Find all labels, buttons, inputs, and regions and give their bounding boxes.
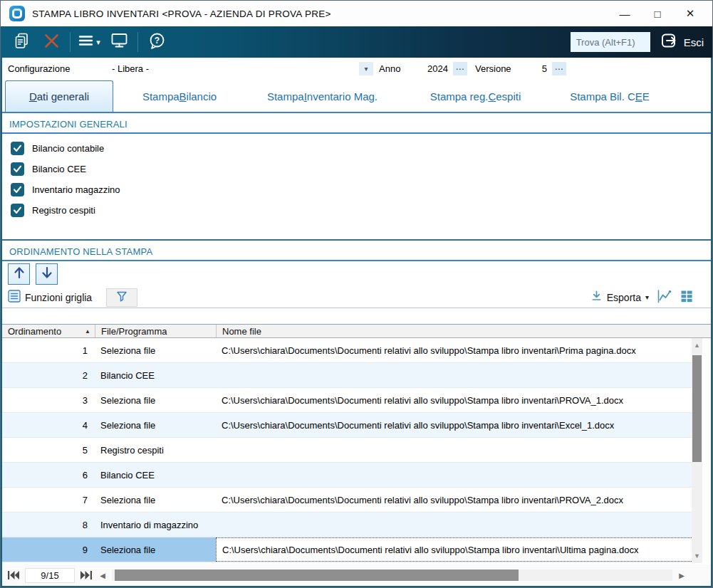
close-button[interactable]: ✕ <box>674 3 707 24</box>
app-window: STAMPA LIBRO INVENTARI <PROVA - AZIENDA … <box>0 0 713 588</box>
cell-nome-file[interactable] <box>216 438 700 462</box>
checkbox-label: Registro cespiti <box>32 205 95 216</box>
cell-nome-file[interactable]: C:\Users\chiara\Documents\Documenti rela… <box>216 488 700 512</box>
cell-nome-file[interactable]: C:\Users\chiara\Documents\Documenti rela… <box>216 537 700 562</box>
grid-view-button[interactable] <box>680 289 694 306</box>
cell-nome-file[interactable] <box>216 463 700 487</box>
tab-dati-generali[interactable]: Dati generali <box>5 80 113 112</box>
minimize-button[interactable]: — <box>608 3 641 24</box>
exit-arrow-icon <box>660 32 678 52</box>
maximize-button[interactable]: □ <box>641 3 674 24</box>
hamburger-menu-icon <box>78 32 95 52</box>
cell-nome-file[interactable]: C:\Users\chiara\Documents\Documenti rela… <box>216 338 700 362</box>
table-row[interactable]: 5 Registro cespiti <box>2 438 700 463</box>
tab-stampa-bil-cee[interactable]: Stampa Bil. CEE <box>552 80 667 112</box>
checkbox-checked-icon[interactable] <box>11 183 24 196</box>
versione-ellipsis-button[interactable]: ⋯ <box>552 62 566 75</box>
table-row[interactable]: 8 Inventario di magazzino <box>2 513 700 537</box>
checkbox-checked-icon[interactable] <box>11 142 24 155</box>
chart-view-button[interactable] <box>656 288 672 307</box>
configurazione-label: Configurazione <box>8 63 70 74</box>
configurazione-dropdown-button[interactable]: ▾ <box>359 62 373 75</box>
configurazione-value[interactable]: - Libera - <box>112 63 149 74</box>
cell-programma[interactable]: Inventario di magazzino <box>95 513 216 537</box>
cell-programma[interactable]: Seleziona file <box>95 488 216 512</box>
table-row-selected[interactable]: 9 Seleziona file C:\Users\chiara\Documen… <box>2 537 700 562</box>
tab-stampa-inventario-mag[interactable]: Stampa Inventario Mag. <box>246 80 399 112</box>
vertical-scrollbar[interactable]: ▲ ▼ <box>692 338 702 563</box>
checkbox-bilancio-contabile[interactable]: Bilancio contabile <box>2 138 711 159</box>
cell-programma[interactable]: Bilancio CEE <box>95 363 216 387</box>
scroll-up-icon[interactable]: ▲ <box>692 342 702 349</box>
configuration-row: Configurazione - Libera - ▾ Anno 2024 ⋯ … <box>2 58 711 80</box>
cell-ordinamento[interactable]: 5 <box>2 438 95 462</box>
export-button[interactable]: Esporta ▾ <box>590 290 649 305</box>
cancel-button[interactable] <box>36 29 66 55</box>
print-document-button[interactable] <box>6 29 36 55</box>
first-record-button[interactable] <box>6 569 21 582</box>
anno-ellipsis-button[interactable]: ⋯ <box>453 62 467 75</box>
move-up-button[interactable] <box>8 263 30 285</box>
menu-button[interactable]: ▾ <box>74 29 104 55</box>
grid-functions-icon <box>8 290 21 305</box>
horizontal-scrollbar[interactable] <box>112 569 672 581</box>
tab-bar: Dati generali Stampa Bilancio Stampa Inv… <box>2 80 711 113</box>
last-record-button[interactable] <box>79 569 93 582</box>
help-button[interactable]: ? <box>142 29 172 55</box>
checkbox-registro-cespiti[interactable]: Registro cespiti <box>2 200 711 221</box>
table-row[interactable]: 1 Seleziona file C:\Users\chiara\Documen… <box>2 338 700 363</box>
exit-label: Esci <box>684 36 704 48</box>
export-label: Esporta <box>607 292 641 303</box>
cell-ordinamento[interactable]: 6 <box>2 463 95 487</box>
checkbox-checked-icon[interactable] <box>11 204 24 217</box>
versione-value[interactable]: 5 <box>511 63 547 74</box>
cell-ordinamento[interactable]: 8 <box>2 513 95 537</box>
tab-stampa-bilancio[interactable]: Stampa Bilancio <box>113 80 246 112</box>
scroll-right-icon[interactable]: ▶ <box>677 572 687 579</box>
monitor-view-button[interactable] <box>104 29 134 55</box>
cell-programma[interactable]: Seleziona file <box>95 537 216 562</box>
checkbox-checked-icon[interactable] <box>11 162 24 176</box>
cell-ordinamento[interactable]: 3 <box>2 388 95 412</box>
find-input[interactable] <box>571 32 650 52</box>
cell-nome-file[interactable]: C:\Users\chiara\Documents\Documenti rela… <box>216 413 700 437</box>
cell-ordinamento[interactable]: 2 <box>2 363 95 387</box>
cell-ordinamento[interactable]: 4 <box>2 413 95 437</box>
cell-nome-file[interactable] <box>216 363 700 387</box>
red-x-icon <box>43 32 61 53</box>
column-header-file-programma[interactable]: File/Programma <box>95 325 216 337</box>
checkbox-bilancio-cee[interactable]: Bilancio CEE <box>2 159 711 179</box>
cell-nome-file[interactable]: C:\Users\chiara\Documents\Documenti rela… <box>216 388 700 412</box>
horizontal-scrollbar-thumb[interactable] <box>115 569 519 581</box>
cell-ordinamento[interactable]: 7 <box>2 488 95 512</box>
grid-functions-button[interactable]: Funzioni griglia <box>25 292 92 303</box>
spacer <box>2 308 711 324</box>
filter-button[interactable] <box>106 288 137 307</box>
cell-ordinamento[interactable]: 9 <box>2 537 95 562</box>
column-header-ordinamento[interactable]: Ordinamento ▲ <box>2 325 95 337</box>
table-row[interactable]: 3 Seleziona file C:\Users\chiara\Documen… <box>2 388 700 413</box>
table-row[interactable]: 4 Seleziona file C:\Users\chiara\Documen… <box>2 413 700 438</box>
grid-toolbar: Funzioni griglia Esporta ▾ <box>2 287 711 308</box>
tab-stampa-reg-cespiti[interactable]: Stampa reg. Cespiti <box>399 80 552 112</box>
main-content: Configurazione - Libera - ▾ Anno 2024 ⋯ … <box>1 58 712 587</box>
grid-toolbar-right: Esporta ▾ <box>590 288 704 307</box>
exit-button[interactable]: Esci <box>660 32 704 52</box>
table-row[interactable]: 7 Seleziona file C:\Users\chiara\Documen… <box>2 488 700 513</box>
cell-programma[interactable]: Seleziona file <box>95 338 216 362</box>
cell-ordinamento[interactable]: 1 <box>2 338 95 362</box>
cell-programma[interactable]: Registro cespiti <box>95 438 216 462</box>
column-header-nome-file[interactable]: Nome file <box>216 325 711 337</box>
move-down-button[interactable] <box>36 263 58 285</box>
cell-nome-file[interactable] <box>216 513 700 537</box>
table-row[interactable]: 2 Bilancio CEE <box>2 363 700 388</box>
anno-value[interactable]: 2024 <box>401 63 448 74</box>
checkbox-inventario-magazzino[interactable]: Inventario magazzino <box>2 179 711 200</box>
cell-programma[interactable]: Bilancio CEE <box>95 463 216 487</box>
vertical-scrollbar-thumb[interactable] <box>692 355 702 462</box>
scroll-left-icon[interactable]: ◀ <box>98 572 108 579</box>
cell-programma[interactable]: Seleziona file <box>95 388 216 412</box>
table-row[interactable]: 6 Bilancio CEE <box>2 463 700 488</box>
cell-programma[interactable]: Seleziona file <box>95 413 216 437</box>
scroll-down-icon[interactable]: ▼ <box>692 552 702 560</box>
